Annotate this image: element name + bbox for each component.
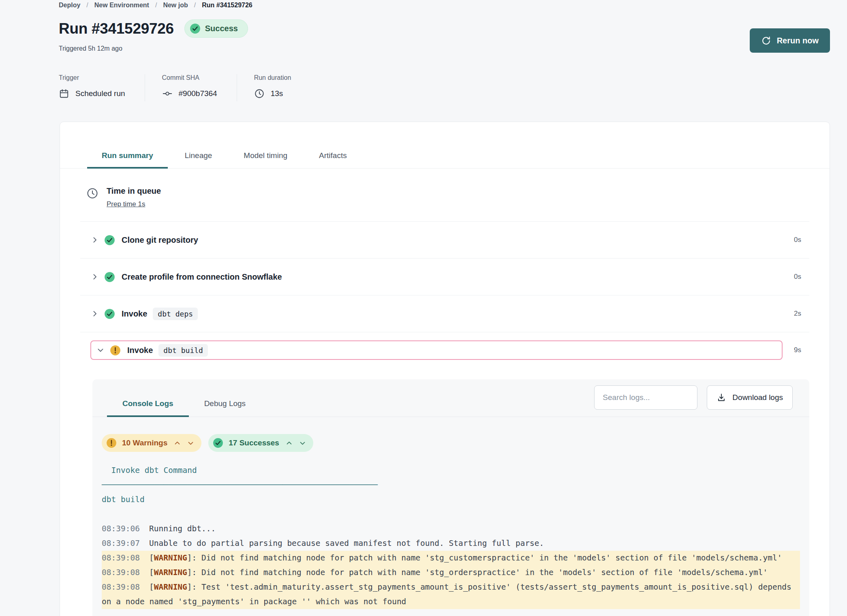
log-line-warning: 08:39:08[WARNING]: Test 'test.admin_matu… [102,580,800,609]
step-clone-git-toggle[interactable]: Clone git repository [80,235,783,246]
meta-duration-value: 13s [271,89,283,98]
step-command-chip: dbt deps [153,308,198,320]
log-line: dbt build [102,492,800,507]
download-logs-button[interactable]: Download logs [707,385,793,410]
step-row-dbt-deps: Invoke dbt deps 2s [80,295,809,332]
warnings-badge-label: 10 Warnings [122,438,167,447]
console-log-output: Invoke dbt Command ─────────────────────… [92,452,809,609]
queue-clock-icon [86,187,98,208]
run-tabs: Run summary Lineage Model timing Artifac… [60,122,830,169]
rerun-icon [761,36,771,46]
chevron-right-icon [91,310,98,317]
success-check-icon [104,272,115,282]
log-panel: Console Logs Debug Logs Download logs [92,379,809,616]
previous-success-chevron-up-icon[interactable] [286,440,293,447]
commit-icon [162,88,173,99]
step-title: Create profile from connection Snowflake [122,272,282,282]
log-actions: Download logs [594,385,793,410]
search-logs-input[interactable] [594,385,697,410]
step-duration: 9s [783,346,801,354]
log-line-blank [102,507,800,522]
step-row-create-profile: Create profile from connection Snowflake… [80,259,809,295]
download-logs-label: Download logs [732,393,783,402]
page-title: Run #341529726 [59,20,174,37]
run-meta: Trigger Scheduled run Commit SHA #900b73… [59,74,830,101]
time-in-queue-block: Time in queue Prep time 1s [80,169,809,222]
warning-icon [106,438,117,448]
tab-artifacts[interactable]: Artifacts [304,151,361,169]
step-title: Clone git repository [122,235,198,245]
meta-commit: Commit SHA #900b7364 [145,74,237,101]
breadcrumb-separator: / [86,2,88,9]
status-badge-label: Success [205,24,238,33]
queue-title: Time in queue [107,186,161,196]
step-command-chip: dbt build [158,344,208,357]
chevron-right-icon [91,273,98,280]
next-warning-chevron-down-icon[interactable] [187,440,194,447]
clock-icon [254,88,265,99]
meta-duration-label: Run duration [254,74,291,81]
breadcrumb-environment[interactable]: New Environment [94,2,149,9]
previous-warning-chevron-up-icon[interactable] [174,440,181,447]
status-badge: Success [184,19,248,38]
step-row-dbt-build: Invoke dbt build 9s [80,332,809,368]
log-line: Invoke dbt Command [102,463,800,478]
page-header: Deploy / New Environment / New job / Run… [0,0,847,101]
warnings-badge[interactable]: 10 Warnings [102,434,201,452]
next-success-chevron-down-icon[interactable] [299,440,306,447]
breadcrumb-separator: / [155,2,157,9]
step-title: Invoke [122,309,147,319]
tab-run-summary[interactable]: Run summary [87,151,168,169]
tab-model-timing[interactable]: Model timing [229,151,302,169]
rerun-now-button[interactable]: Rerun now [750,28,830,53]
success-check-icon [104,308,115,319]
run-detail-page: Deploy / New Environment / New job / Run… [0,0,847,616]
meta-trigger: Trigger Scheduled run [59,74,145,101]
meta-duration: Run duration 13s [237,74,311,101]
meta-trigger-label: Trigger [59,74,125,81]
step-duration: 2s [783,310,801,318]
log-panel-header: Console Logs Debug Logs Download logs [92,379,809,417]
calendar-icon [59,88,69,99]
breadcrumb: Deploy / New Environment / New job / Run… [59,2,830,9]
meta-trigger-value: Scheduled run [75,89,125,98]
log-line: 08:39:07Unable to do partial parsing bec… [102,536,800,551]
triggered-time: Triggered 5h 12m ago [59,45,830,52]
warning-icon [110,345,121,356]
log-line-warning: 08:39:08[WARNING]: Did not find matching… [102,565,800,580]
breadcrumb-separator: / [194,2,196,9]
title-row: Run #341529726 Success [59,19,830,38]
log-line: 08:39:06Running dbt... [102,522,800,536]
run-summary-card: Run summary Lineage Model timing Artifac… [60,122,830,616]
check-circle-icon [190,23,201,34]
log-filter-badges: 10 Warnings 17 Successes [92,417,809,452]
log-line-warning: 08:39:08[WARNING]: Did not find matching… [102,551,800,565]
breadcrumb-deploy[interactable]: Deploy [59,2,80,9]
step-create-profile-toggle[interactable]: Create profile from connection Snowflake [80,272,783,282]
successes-badge-label: 17 Successes [229,438,279,447]
success-check-icon [104,235,115,246]
tab-debug-logs[interactable]: Debug Logs [189,399,261,417]
meta-commit-value: #900b7364 [179,89,217,98]
breadcrumb-current-run: Run #341529726 [202,2,252,9]
step-dbt-deps-toggle[interactable]: Invoke dbt deps [80,308,783,320]
step-duration: 0s [783,273,801,281]
rerun-button-label: Rerun now [777,36,819,45]
chevron-right-icon [91,236,98,244]
step-duration: 0s [783,236,801,244]
chevron-down-icon [97,346,104,354]
step-dbt-build-toggle[interactable]: Invoke dbt build [90,340,783,360]
step-row-clone-git: Clone git repository 0s [80,222,809,259]
step-title: Invoke [127,346,153,355]
tab-lineage[interactable]: Lineage [170,151,227,169]
run-summary-content: Time in queue Prep time 1s Clone git rep… [60,169,830,616]
breadcrumb-job[interactable]: New job [163,2,188,9]
download-icon [717,393,726,402]
prep-time-link[interactable]: Prep time 1s [107,200,145,208]
tab-console-logs[interactable]: Console Logs [107,399,189,417]
meta-commit-label: Commit SHA [162,74,217,81]
log-divider-line: ────────────────────────────────────────… [102,478,800,492]
successes-badge[interactable]: 17 Successes [208,434,313,452]
check-circle-icon [213,438,223,448]
